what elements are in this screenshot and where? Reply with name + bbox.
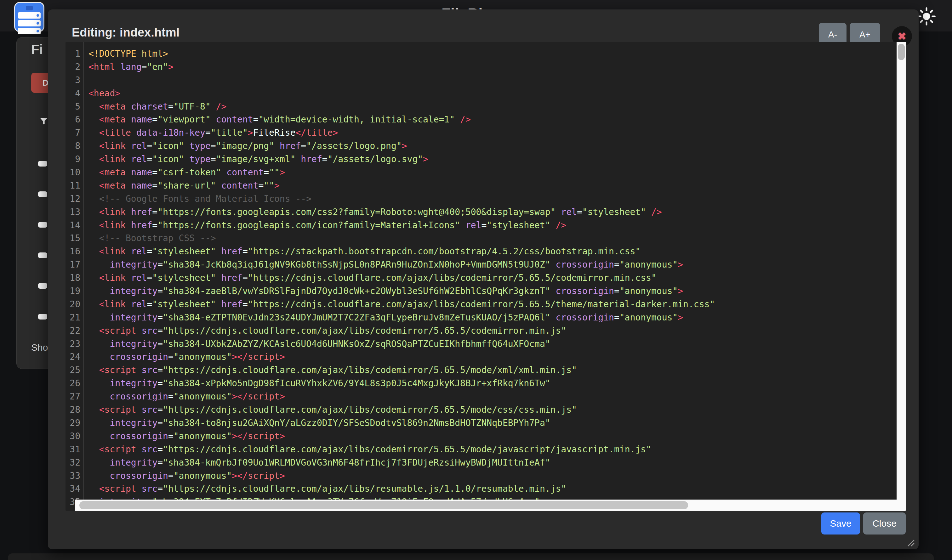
code-line[interactable]: <script src="https://cdnjs.cloudflare.co…: [88, 403, 715, 417]
code-line[interactable]: <!-- Google Fonts and Material Icons -->: [88, 192, 715, 205]
checkbox[interactable]: [38, 161, 47, 167]
code-line[interactable]: integrity="sha384-to8njsu2GAiXQnY/aLGzz0…: [88, 417, 715, 430]
line-number-gutter: 1234567891011121314151617181920212223242…: [65, 42, 83, 511]
sidebar-heading: Fi: [31, 42, 43, 57]
line-number: 29: [65, 417, 80, 430]
line-number: 8: [65, 139, 80, 153]
line-number: 11: [65, 179, 80, 192]
code-line[interactable]: [88, 74, 715, 87]
code-line[interactable]: crossorigin="anonymous"></script>: [88, 430, 715, 443]
code-line[interactable]: <link rel="stylesheet" href="https://sta…: [88, 245, 715, 258]
line-number: 13: [65, 205, 80, 219]
checkbox[interactable]: [38, 283, 47, 288]
line-number: 26: [65, 377, 80, 390]
code-line[interactable]: integrity="sha384-eZTPTN0EvJdn23s24UDYJm…: [88, 311, 715, 324]
line-number: 23: [65, 338, 80, 351]
code-content[interactable]: <!DOCTYPE html><html lang="en"> <head> <…: [88, 47, 715, 509]
code-line[interactable]: <link href="https://fonts.googleapis.com…: [88, 205, 715, 219]
checkbox[interactable]: [38, 253, 47, 258]
code-line[interactable]: <meta charset="UTF-8" />: [88, 100, 715, 113]
code-line[interactable]: integrity="sha384-zaeBlB/vwYsDRSlFajnDd7…: [88, 285, 715, 298]
code-line[interactable]: integrity="sha384-kmQrbJf09Uo1WRLMDVGoVG…: [88, 456, 715, 469]
line-number: 1: [65, 47, 80, 60]
code-editor[interactable]: 1234567891011121314151617181920212223242…: [65, 42, 906, 511]
code-line[interactable]: <meta name="viewport" content="width=dev…: [88, 113, 715, 126]
modal-title: Editing: index.html: [72, 26, 179, 39]
save-button[interactable]: Save: [821, 512, 860, 534]
code-line[interactable]: <head>: [88, 87, 715, 100]
line-number: 4: [65, 87, 80, 100]
theme-toggle-sun-icon[interactable]: [917, 7, 936, 26]
line-number: 5: [65, 100, 80, 113]
code-line[interactable]: <link href="https://fonts.googleapis.com…: [88, 219, 715, 232]
line-number: 15: [65, 232, 80, 245]
checkbox[interactable]: [38, 191, 47, 197]
line-number: 19: [65, 285, 80, 298]
code-line[interactable]: <link rel="icon" type="image/svg+xml" hr…: [88, 153, 715, 166]
code-line[interactable]: crossorigin="anonymous"></script>: [88, 390, 715, 403]
code-line[interactable]: <link rel="stylesheet" href="https://cdn…: [88, 272, 715, 285]
line-number: 3: [65, 74, 80, 87]
line-number: 25: [65, 364, 80, 377]
line-number: 14: [65, 219, 80, 232]
line-number: 28: [65, 403, 80, 417]
resize-handle-icon[interactable]: [904, 536, 915, 547]
code-line[interactable]: <meta name="csrf-token" content="">: [88, 166, 715, 179]
line-number: 9: [65, 153, 80, 166]
filerise-logo-icon[interactable]: [14, 2, 45, 32]
code-line[interactable]: <script src="https://cdnjs.cloudflare.co…: [88, 364, 715, 377]
line-number: 34: [65, 482, 80, 495]
edit-file-modal: Editing: index.html A- A+ ✖ 123456789101…: [48, 9, 919, 549]
code-line[interactable]: <link rel="icon" type="image/png" href="…: [88, 139, 715, 153]
checkbox[interactable]: [38, 314, 47, 319]
line-number: 16: [65, 245, 80, 258]
code-line[interactable]: <html lang="en">: [88, 60, 715, 74]
filerise-app: FileRise Fi D Sho: [0, 0, 952, 560]
line-number: 24: [65, 350, 80, 364]
line-number: 27: [65, 390, 80, 403]
line-number: 6: [65, 113, 80, 126]
code-line[interactable]: integrity="sha384-UXbkZAbZYZ/KCAslc6UO4d…: [88, 338, 715, 351]
vertical-scrollbar[interactable]: [896, 42, 906, 511]
line-number: 10: [65, 166, 80, 179]
code-line[interactable]: <script src="https://cdnjs.cloudflare.co…: [88, 482, 715, 495]
background-footer-strip: [8, 553, 934, 560]
code-line[interactable]: <link rel="stylesheet" href="https://cdn…: [88, 298, 715, 311]
code-line[interactable]: <!DOCTYPE html>: [88, 47, 715, 60]
line-number: 30: [65, 430, 80, 443]
horizontal-scrollbar-thumb[interactable]: [79, 501, 688, 509]
code-line[interactable]: crossorigin="anonymous"></script>: [88, 350, 715, 364]
code-line[interactable]: <script src="https://cdnjs.cloudflare.co…: [88, 324, 715, 338]
close-button[interactable]: Close: [863, 512, 906, 534]
line-number: 22: [65, 324, 80, 338]
line-number: 2: [65, 60, 80, 74]
line-number: 21: [65, 311, 80, 324]
code-line[interactable]: <title data-i18n-key="title">FileRise</t…: [88, 126, 715, 139]
code-line[interactable]: integrity="sha384-xPpkMo5nDgD98fIcuRVYhx…: [88, 377, 715, 390]
code-line[interactable]: crossorigin="anonymous"></script>: [88, 469, 715, 483]
code-line[interactable]: <meta name="share-url" content="">: [88, 179, 715, 192]
line-number: 12: [65, 192, 80, 205]
horizontal-scrollbar[interactable]: [75, 500, 896, 511]
code-line[interactable]: <!-- Bootstrap CSS -->: [88, 232, 715, 245]
code-line[interactable]: <script src="https://cdnjs.cloudflare.co…: [88, 443, 715, 456]
vertical-scrollbar-thumb[interactable]: [898, 44, 905, 60]
code-line[interactable]: integrity="sha384-JcKb8q3iqJ61gNV9KGb8th…: [88, 258, 715, 272]
line-number: 20: [65, 298, 80, 311]
line-number: 7: [65, 126, 80, 139]
line-number: 31: [65, 443, 80, 456]
checkbox[interactable]: [38, 222, 47, 228]
show-label: Sho: [31, 342, 48, 353]
line-number: 32: [65, 456, 80, 469]
line-number: 33: [65, 469, 80, 483]
line-number: 18: [65, 272, 80, 285]
line-number: 17: [65, 258, 80, 272]
